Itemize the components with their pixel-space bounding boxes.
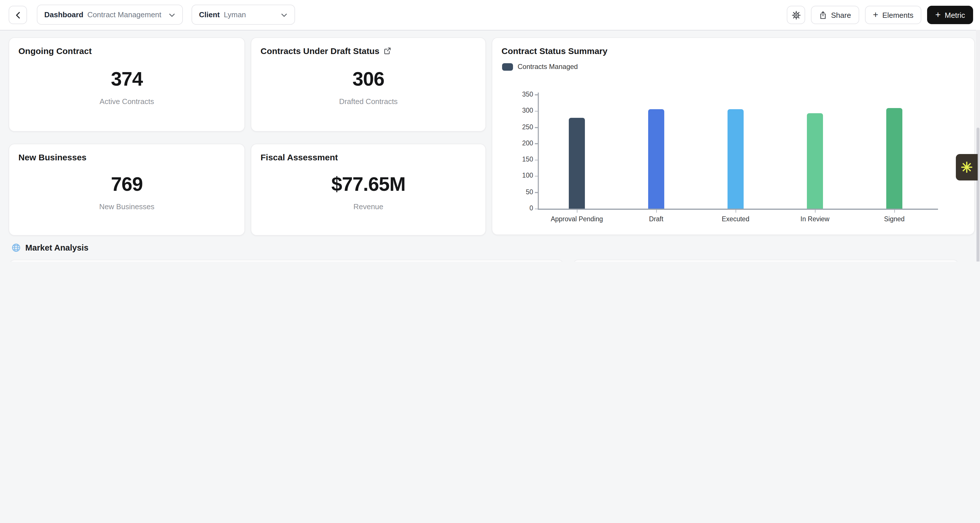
settings-button[interactable] bbox=[787, 6, 805, 24]
x-category-label: Draft bbox=[616, 216, 697, 222]
x-tick bbox=[577, 210, 578, 212]
chevron-down-icon bbox=[169, 11, 175, 18]
y-tick bbox=[535, 111, 538, 111]
y-tick bbox=[535, 127, 538, 128]
card-contract-status-summary: Contract Status Summary Contracts Manage… bbox=[492, 37, 975, 235]
client-select-value: Lyman bbox=[224, 10, 246, 19]
stat-label: New Businesses bbox=[9, 202, 244, 211]
card-title: Contracts Under Draft Status bbox=[261, 46, 379, 56]
gear-icon bbox=[791, 10, 801, 20]
top-bar: Dashboard Contract Management Client Lym… bbox=[0, 0, 980, 30]
share-icon bbox=[819, 11, 827, 19]
y-tick bbox=[535, 208, 538, 209]
stat-value: 306 bbox=[251, 68, 485, 90]
x-category-label: In Review bbox=[775, 216, 855, 222]
card-title: Ongoing Contract bbox=[18, 46, 92, 56]
card-market-capitalization: Market Capitalization of Contracted Firm… bbox=[9, 260, 564, 262]
section-market-analysis: Market Analysis bbox=[11, 243, 89, 252]
chevron-left-icon bbox=[14, 11, 22, 19]
assistant-widget-button[interactable]: ✳ bbox=[956, 154, 978, 181]
y-tick bbox=[535, 143, 538, 144]
card-title: Fiscal Assessment bbox=[261, 152, 338, 162]
add-elements-button[interactable]: + Elements bbox=[865, 6, 921, 24]
dashboard-main: Ongoing Contract 374 Active Contracts Co… bbox=[0, 30, 980, 262]
x-tick bbox=[735, 210, 736, 212]
y-tick bbox=[535, 95, 538, 95]
plus-icon: + bbox=[935, 10, 941, 19]
y-tick-label: 50 bbox=[514, 188, 533, 195]
x-axis bbox=[538, 209, 938, 210]
x-category-label: Approval Pending bbox=[536, 216, 617, 222]
x-tick bbox=[815, 210, 816, 212]
bar-approval-pending bbox=[569, 117, 585, 209]
dashboard-select[interactable]: Dashboard Contract Management bbox=[37, 5, 183, 25]
card-new-businesses: New Businesses 769 New Businesses bbox=[9, 144, 245, 236]
dashboard-select-value: Contract Management bbox=[88, 10, 161, 19]
globe-icon bbox=[11, 243, 21, 252]
x-tick bbox=[894, 210, 895, 212]
plus-icon: + bbox=[873, 10, 878, 19]
stat-label: Drafted Contracts bbox=[251, 97, 485, 106]
card-ongoing-contract: Ongoing Contract 374 Active Contracts bbox=[9, 37, 245, 132]
y-tick-label: 300 bbox=[514, 107, 533, 114]
outreach-plot: 5004003002001000-100-200219Partner185Ref… bbox=[573, 260, 959, 262]
y-tick bbox=[535, 160, 538, 160]
x-category-label: Executed bbox=[695, 216, 776, 222]
add-metric-button[interactable]: + Metric bbox=[928, 6, 973, 24]
y-tick-label: 150 bbox=[514, 156, 533, 163]
y-tick-label: 200 bbox=[514, 139, 533, 147]
y-tick-label: 350 bbox=[514, 91, 533, 98]
bar-draft bbox=[648, 109, 664, 209]
stat-label: Active Contracts bbox=[9, 97, 244, 106]
share-button[interactable]: Share bbox=[811, 6, 859, 24]
topbar-actions: Share + Elements + Metric bbox=[787, 6, 973, 24]
card-fiscal-assessment: Fiscal Assessment $77.65M Revenue bbox=[251, 144, 486, 236]
back-button[interactable] bbox=[9, 6, 27, 24]
section-title: Market Analysis bbox=[25, 243, 89, 252]
elements-button-label: Elements bbox=[882, 11, 913, 19]
client-select[interactable]: Client Lyman bbox=[191, 5, 295, 25]
stat-value: 769 bbox=[9, 173, 244, 195]
x-tick bbox=[656, 210, 657, 212]
dashboard-viewport: Dashboard Contract Management Client Lym… bbox=[0, 0, 980, 262]
asterisk-icon: ✳ bbox=[961, 159, 973, 176]
y-axis bbox=[538, 92, 539, 209]
x-category-label: Signed bbox=[854, 216, 935, 222]
client-select-label: Client bbox=[199, 10, 220, 19]
chevron-down-icon bbox=[281, 11, 288, 18]
y-tick-label: 100 bbox=[514, 172, 533, 179]
stat-value: 374 bbox=[9, 68, 244, 90]
y-tick bbox=[535, 176, 538, 177]
status-summary-plot: 050100150200250300350Approval PendingDra… bbox=[492, 38, 974, 235]
stat-value: $77.65M bbox=[251, 173, 485, 195]
share-button-label: Share bbox=[831, 11, 851, 19]
card-market-outreach: Market Outreach Stats businesses acquire… bbox=[572, 260, 959, 262]
metric-button-label: Metric bbox=[945, 11, 965, 19]
y-tick-label: 0 bbox=[514, 204, 533, 211]
bar-executed bbox=[727, 109, 744, 209]
dashboard-select-label: Dashboard bbox=[44, 10, 83, 19]
stat-label: Revenue bbox=[251, 202, 485, 211]
y-tick-label: 250 bbox=[514, 123, 533, 130]
bar-in-review bbox=[807, 113, 823, 209]
bar-signed bbox=[886, 108, 902, 209]
vertical-scrollbar-thumb[interactable] bbox=[977, 128, 979, 262]
vertical-scrollbar bbox=[976, 30, 980, 262]
y-tick bbox=[535, 192, 538, 193]
card-title: New Businesses bbox=[18, 152, 87, 162]
card-contracts-under-draft: Contracts Under Draft Status 306 Drafted… bbox=[251, 37, 486, 132]
external-link-icon[interactable] bbox=[383, 47, 391, 55]
